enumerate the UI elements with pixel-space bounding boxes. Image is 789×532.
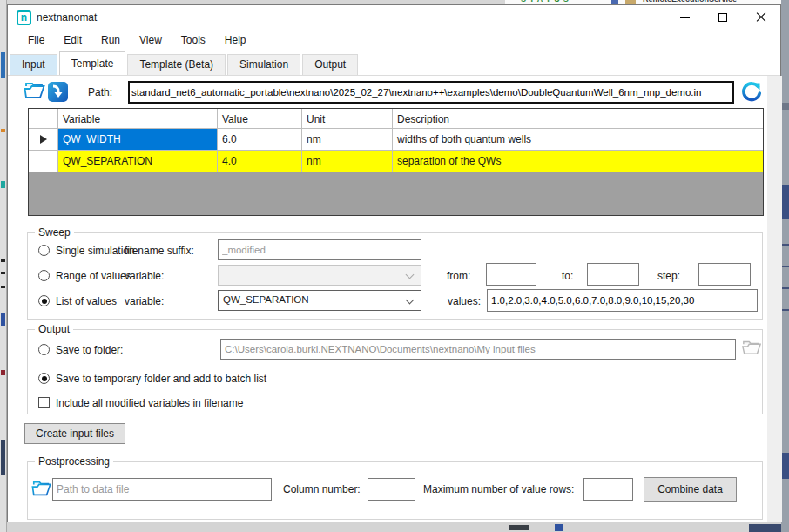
- background-mark: [781, 287, 789, 289]
- to-input[interactable]: [587, 263, 639, 286]
- open-template-button[interactable]: [24, 79, 46, 106]
- step-label: step:: [658, 270, 680, 282]
- tab-output[interactable]: Output: [302, 54, 358, 75]
- combine-data-button[interactable]: Combine data: [644, 477, 737, 502]
- filename-suffix-label: filename suffix:: [125, 245, 194, 257]
- menu-run[interactable]: Run: [91, 30, 130, 51]
- column-header-unit[interactable]: Unit: [302, 109, 393, 128]
- data-file-path-input[interactable]: [52, 478, 272, 501]
- list-variable-label: variable:: [125, 295, 164, 307]
- save-to-folder-radio[interactable]: [38, 344, 50, 355]
- maximize-button[interactable]: [704, 5, 742, 30]
- tab-strip: Input Template Template (Beta) Simulatio…: [10, 51, 780, 75]
- list-of-values-radio[interactable]: [38, 295, 50, 306]
- values-input[interactable]: [487, 289, 758, 312]
- save-to-folder-label: Save to folder:: [56, 344, 123, 356]
- max-value-rows-label: Maximum number of value rows:: [423, 483, 574, 495]
- row-header-column: [29, 109, 58, 128]
- path-label: Path:: [88, 86, 112, 98]
- app-logo-icon: n: [17, 10, 31, 25]
- save-to-temp-radio[interactable]: [38, 373, 50, 384]
- column-header-variable[interactable]: Variable: [58, 109, 218, 128]
- import-arrow-icon: [46, 79, 70, 104]
- background-app-sliver-right: [781, 0, 789, 532]
- from-input[interactable]: [486, 263, 536, 286]
- menu-help[interactable]: Help: [215, 30, 256, 51]
- sweep-group: Sweep Single simulation filename suffix:…: [27, 232, 763, 320]
- close-button[interactable]: [742, 5, 780, 30]
- single-simulation-label: Single simulation: [56, 245, 135, 257]
- background-mark: [1, 259, 5, 262]
- cell-description[interactable]: widths of both quantum wells: [393, 129, 763, 150]
- range-of-values-radio[interactable]: [38, 270, 50, 281]
- background-mark: [781, 185, 789, 219]
- background-mark: [555, 524, 563, 531]
- maximize-icon: [718, 13, 727, 22]
- background-mark: [1, 286, 5, 288]
- reload-template-button[interactable]: [739, 79, 764, 107]
- cell-description[interactable]: separation of the QWs: [393, 151, 763, 172]
- list-variable-combobox[interactable]: QW_SEPARATION: [218, 290, 421, 311]
- refresh-icon: [739, 79, 764, 104]
- filename-suffix-input[interactable]: [218, 239, 421, 260]
- template-tab-page: Path: Variable Value Unit Description QW…: [8, 75, 780, 522]
- cell-unit[interactable]: nm: [302, 129, 393, 150]
- browse-data-file-button[interactable]: [31, 478, 52, 503]
- to-label: to:: [562, 270, 573, 282]
- cell-value[interactable]: 6.0: [218, 129, 302, 150]
- column-header-value[interactable]: Value: [218, 109, 302, 128]
- chevron-down-icon: [406, 271, 415, 279]
- row-selector-cell[interactable]: [29, 151, 58, 172]
- menu-tools[interactable]: Tools: [172, 30, 215, 51]
- from-label: from:: [447, 270, 470, 282]
- background-mark: [781, 453, 789, 479]
- browse-folder-button[interactable]: [742, 338, 761, 360]
- postprocessing-group-title: Postprocessing: [35, 455, 113, 468]
- minimize-button[interactable]: [665, 5, 704, 30]
- include-variables-checkbox[interactable]: [38, 397, 50, 408]
- column-number-input[interactable]: [368, 478, 415, 501]
- range-variable-combobox[interactable]: [218, 265, 421, 286]
- save-folder-path-input[interactable]: [220, 339, 736, 360]
- menu-edit[interactable]: Edit: [54, 30, 91, 51]
- list-of-values-label: List of values: [56, 295, 117, 307]
- nextnanomat-window: n nextnanomat File Edit Run View Tools H…: [7, 4, 781, 522]
- save-to-temp-label: Save to temporary folder and add to batc…: [56, 373, 266, 385]
- column-number-label: Column number:: [283, 483, 361, 495]
- variables-table: Variable Value Unit Description QW_WIDTH…: [28, 108, 764, 216]
- cell-variable[interactable]: QW_WIDTH: [58, 129, 218, 150]
- tab-template[interactable]: Template: [59, 51, 126, 75]
- cell-unit[interactable]: nm: [302, 151, 393, 172]
- menu-file[interactable]: File: [18, 30, 54, 51]
- path-input[interactable]: [128, 81, 734, 104]
- background-mark: [1, 313, 5, 326]
- cell-value[interactable]: 4.0: [218, 151, 302, 172]
- tab-input[interactable]: Input: [10, 54, 57, 75]
- chevron-down-icon: [406, 296, 415, 305]
- column-header-description[interactable]: Description: [393, 109, 763, 128]
- form-background-strip: [767, 76, 782, 522]
- row-selector-cell[interactable]: [29, 129, 58, 150]
- output-group: Output Save to folder: Save to temporary…: [27, 329, 763, 414]
- table-row[interactable]: QW_WIDTH 6.0 nm widths of both quantum w…: [29, 129, 763, 151]
- max-value-rows-input[interactable]: [583, 478, 633, 501]
- background-text-fragment: RemoteExecutionService: [643, 0, 737, 3]
- range-variable-label: variable:: [125, 270, 164, 282]
- values-label: values:: [448, 295, 481, 307]
- tab-template-beta[interactable]: Template (Beta): [127, 54, 226, 75]
- load-template-button[interactable]: [46, 79, 70, 107]
- single-simulation-radio[interactable]: [38, 245, 50, 256]
- background-mark: [509, 525, 529, 530]
- menu-view[interactable]: View: [130, 30, 172, 51]
- background-mark: [1, 440, 5, 475]
- open-folder-icon: [31, 478, 52, 500]
- background-mark: [1, 370, 5, 375]
- create-input-files-button[interactable]: Create input files: [24, 423, 125, 444]
- postprocessing-group: Postprocessing Column number: Maximum nu…: [27, 461, 763, 520]
- table-row[interactable]: QW_SEPARATION 4.0 nm separation of the Q…: [29, 151, 763, 172]
- title-bar[interactable]: n nextnanomat: [8, 5, 780, 30]
- background-mark: [1, 181, 5, 188]
- tab-simulation[interactable]: Simulation: [227, 54, 300, 75]
- cell-variable[interactable]: QW_SEPARATION: [58, 151, 218, 172]
- step-input[interactable]: [698, 263, 751, 286]
